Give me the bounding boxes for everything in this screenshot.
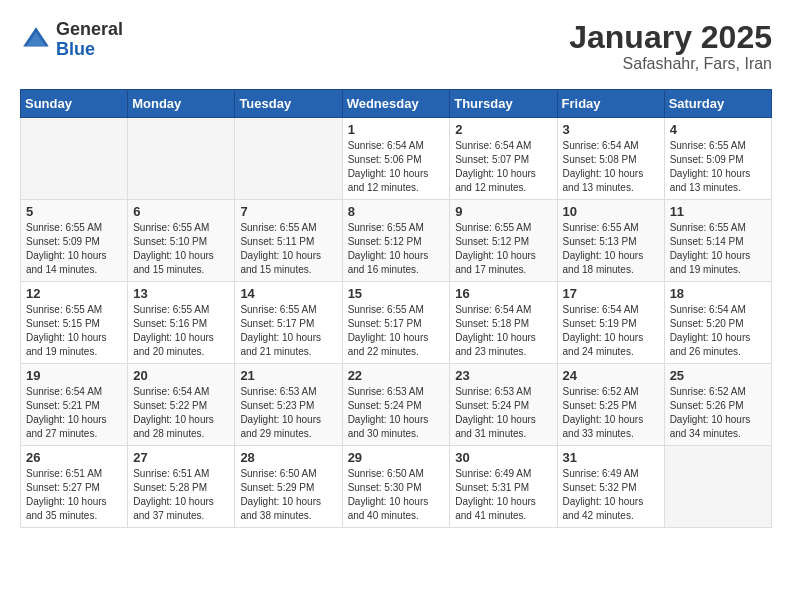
- day-info: Sunrise: 6:55 AM Sunset: 5:17 PM Dayligh…: [348, 303, 445, 359]
- calendar-cell: 25Sunrise: 6:52 AM Sunset: 5:26 PM Dayli…: [664, 364, 771, 446]
- page-header: General Blue January 2025 Safashahr, Far…: [20, 20, 772, 73]
- day-number: 18: [670, 286, 766, 301]
- day-info: Sunrise: 6:54 AM Sunset: 5:20 PM Dayligh…: [670, 303, 766, 359]
- day-number: 12: [26, 286, 122, 301]
- day-number: 16: [455, 286, 551, 301]
- day-number: 2: [455, 122, 551, 137]
- day-info: Sunrise: 6:55 AM Sunset: 5:16 PM Dayligh…: [133, 303, 229, 359]
- day-number: 27: [133, 450, 229, 465]
- calendar-week-3: 12Sunrise: 6:55 AM Sunset: 5:15 PM Dayli…: [21, 282, 772, 364]
- calendar-cell: 20Sunrise: 6:54 AM Sunset: 5:22 PM Dayli…: [128, 364, 235, 446]
- day-info: Sunrise: 6:49 AM Sunset: 5:31 PM Dayligh…: [455, 467, 551, 523]
- header-friday: Friday: [557, 90, 664, 118]
- day-number: 13: [133, 286, 229, 301]
- calendar-week-4: 19Sunrise: 6:54 AM Sunset: 5:21 PM Dayli…: [21, 364, 772, 446]
- day-info: Sunrise: 6:51 AM Sunset: 5:27 PM Dayligh…: [26, 467, 122, 523]
- logo-blue-text: Blue: [56, 39, 95, 59]
- calendar-cell: 26Sunrise: 6:51 AM Sunset: 5:27 PM Dayli…: [21, 446, 128, 528]
- day-info: Sunrise: 6:52 AM Sunset: 5:25 PM Dayligh…: [563, 385, 659, 441]
- calendar-body: 1Sunrise: 6:54 AM Sunset: 5:06 PM Daylig…: [21, 118, 772, 528]
- calendar-cell: 28Sunrise: 6:50 AM Sunset: 5:29 PM Dayli…: [235, 446, 342, 528]
- calendar-cell: 4Sunrise: 6:55 AM Sunset: 5:09 PM Daylig…: [664, 118, 771, 200]
- calendar-cell: 14Sunrise: 6:55 AM Sunset: 5:17 PM Dayli…: [235, 282, 342, 364]
- calendar-cell: 27Sunrise: 6:51 AM Sunset: 5:28 PM Dayli…: [128, 446, 235, 528]
- calendar-cell: 12Sunrise: 6:55 AM Sunset: 5:15 PM Dayli…: [21, 282, 128, 364]
- calendar-cell: 8Sunrise: 6:55 AM Sunset: 5:12 PM Daylig…: [342, 200, 450, 282]
- header-saturday: Saturday: [664, 90, 771, 118]
- day-info: Sunrise: 6:55 AM Sunset: 5:13 PM Dayligh…: [563, 221, 659, 277]
- calendar-cell: 2Sunrise: 6:54 AM Sunset: 5:07 PM Daylig…: [450, 118, 557, 200]
- day-info: Sunrise: 6:54 AM Sunset: 5:06 PM Dayligh…: [348, 139, 445, 195]
- calendar-cell: [235, 118, 342, 200]
- day-number: 31: [563, 450, 659, 465]
- day-number: 30: [455, 450, 551, 465]
- day-number: 10: [563, 204, 659, 219]
- calendar-cell: 1Sunrise: 6:54 AM Sunset: 5:06 PM Daylig…: [342, 118, 450, 200]
- calendar-subtitle: Safashahr, Fars, Iran: [569, 55, 772, 73]
- logo-general-text: General: [56, 19, 123, 39]
- calendar-cell: [21, 118, 128, 200]
- day-number: 1: [348, 122, 445, 137]
- calendar-cell: 10Sunrise: 6:55 AM Sunset: 5:13 PM Dayli…: [557, 200, 664, 282]
- day-info: Sunrise: 6:55 AM Sunset: 5:12 PM Dayligh…: [455, 221, 551, 277]
- logo-icon: [20, 24, 52, 56]
- calendar-cell: 21Sunrise: 6:53 AM Sunset: 5:23 PM Dayli…: [235, 364, 342, 446]
- day-info: Sunrise: 6:55 AM Sunset: 5:17 PM Dayligh…: [240, 303, 336, 359]
- calendar-cell: 16Sunrise: 6:54 AM Sunset: 5:18 PM Dayli…: [450, 282, 557, 364]
- day-number: 17: [563, 286, 659, 301]
- day-info: Sunrise: 6:55 AM Sunset: 5:15 PM Dayligh…: [26, 303, 122, 359]
- day-number: 14: [240, 286, 336, 301]
- day-number: 3: [563, 122, 659, 137]
- day-info: Sunrise: 6:54 AM Sunset: 5:19 PM Dayligh…: [563, 303, 659, 359]
- calendar-cell: 24Sunrise: 6:52 AM Sunset: 5:25 PM Dayli…: [557, 364, 664, 446]
- day-number: 8: [348, 204, 445, 219]
- title-block: January 2025 Safashahr, Fars, Iran: [569, 20, 772, 73]
- day-number: 9: [455, 204, 551, 219]
- day-number: 11: [670, 204, 766, 219]
- day-number: 6: [133, 204, 229, 219]
- header-tuesday: Tuesday: [235, 90, 342, 118]
- calendar-cell: 23Sunrise: 6:53 AM Sunset: 5:24 PM Dayli…: [450, 364, 557, 446]
- calendar-week-1: 1Sunrise: 6:54 AM Sunset: 5:06 PM Daylig…: [21, 118, 772, 200]
- day-number: 21: [240, 368, 336, 383]
- day-number: 29: [348, 450, 445, 465]
- day-number: 25: [670, 368, 766, 383]
- calendar-cell: 31Sunrise: 6:49 AM Sunset: 5:32 PM Dayli…: [557, 446, 664, 528]
- calendar-cell: 6Sunrise: 6:55 AM Sunset: 5:10 PM Daylig…: [128, 200, 235, 282]
- day-info: Sunrise: 6:55 AM Sunset: 5:09 PM Dayligh…: [26, 221, 122, 277]
- day-info: Sunrise: 6:51 AM Sunset: 5:28 PM Dayligh…: [133, 467, 229, 523]
- calendar-title: January 2025: [569, 20, 772, 55]
- header-wednesday: Wednesday: [342, 90, 450, 118]
- day-number: 20: [133, 368, 229, 383]
- calendar-cell: 22Sunrise: 6:53 AM Sunset: 5:24 PM Dayli…: [342, 364, 450, 446]
- calendar-cell: 11Sunrise: 6:55 AM Sunset: 5:14 PM Dayli…: [664, 200, 771, 282]
- day-info: Sunrise: 6:50 AM Sunset: 5:30 PM Dayligh…: [348, 467, 445, 523]
- day-info: Sunrise: 6:54 AM Sunset: 5:18 PM Dayligh…: [455, 303, 551, 359]
- calendar-cell: 15Sunrise: 6:55 AM Sunset: 5:17 PM Dayli…: [342, 282, 450, 364]
- day-info: Sunrise: 6:49 AM Sunset: 5:32 PM Dayligh…: [563, 467, 659, 523]
- day-info: Sunrise: 6:53 AM Sunset: 5:24 PM Dayligh…: [348, 385, 445, 441]
- day-info: Sunrise: 6:53 AM Sunset: 5:24 PM Dayligh…: [455, 385, 551, 441]
- day-number: 15: [348, 286, 445, 301]
- day-info: Sunrise: 6:50 AM Sunset: 5:29 PM Dayligh…: [240, 467, 336, 523]
- header-monday: Monday: [128, 90, 235, 118]
- day-info: Sunrise: 6:55 AM Sunset: 5:14 PM Dayligh…: [670, 221, 766, 277]
- day-number: 5: [26, 204, 122, 219]
- calendar-cell: [664, 446, 771, 528]
- day-info: Sunrise: 6:55 AM Sunset: 5:12 PM Dayligh…: [348, 221, 445, 277]
- calendar-cell: 3Sunrise: 6:54 AM Sunset: 5:08 PM Daylig…: [557, 118, 664, 200]
- day-info: Sunrise: 6:53 AM Sunset: 5:23 PM Dayligh…: [240, 385, 336, 441]
- calendar-cell: 19Sunrise: 6:54 AM Sunset: 5:21 PM Dayli…: [21, 364, 128, 446]
- day-number: 24: [563, 368, 659, 383]
- calendar-week-5: 26Sunrise: 6:51 AM Sunset: 5:27 PM Dayli…: [21, 446, 772, 528]
- logo: General Blue: [20, 20, 123, 60]
- header-row: Sunday Monday Tuesday Wednesday Thursday…: [21, 90, 772, 118]
- day-info: Sunrise: 6:55 AM Sunset: 5:10 PM Dayligh…: [133, 221, 229, 277]
- day-info: Sunrise: 6:52 AM Sunset: 5:26 PM Dayligh…: [670, 385, 766, 441]
- day-info: Sunrise: 6:54 AM Sunset: 5:21 PM Dayligh…: [26, 385, 122, 441]
- header-sunday: Sunday: [21, 90, 128, 118]
- calendar-cell: 7Sunrise: 6:55 AM Sunset: 5:11 PM Daylig…: [235, 200, 342, 282]
- day-info: Sunrise: 6:54 AM Sunset: 5:07 PM Dayligh…: [455, 139, 551, 195]
- day-info: Sunrise: 6:55 AM Sunset: 5:11 PM Dayligh…: [240, 221, 336, 277]
- day-number: 23: [455, 368, 551, 383]
